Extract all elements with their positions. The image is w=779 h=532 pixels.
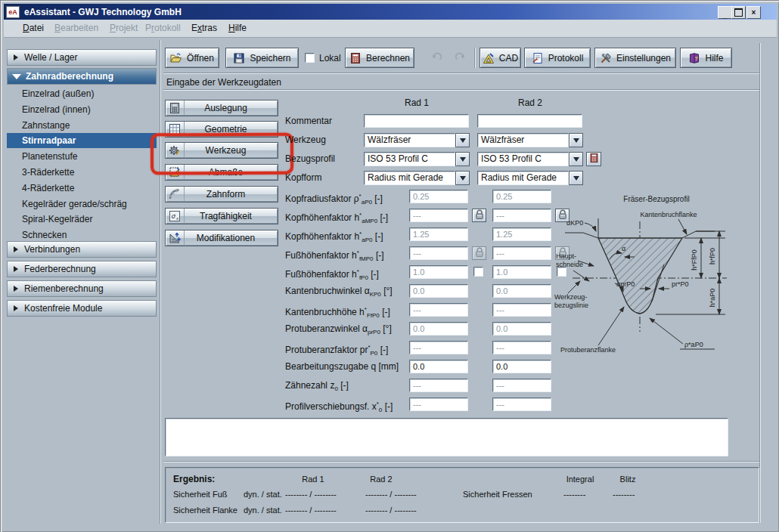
- dropdown-werkzeug-rad2[interactable]: Wälzfräser: [477, 133, 569, 147]
- results-panel: Ergebnis:Rad 1Rad 2IntegralBlitzSicherhe…: [165, 467, 759, 523]
- num-field-kantenbruchhöhe-rad2: ---: [492, 303, 551, 317]
- toolbar-button-einstellungen[interactable]: Einstellungen: [594, 48, 676, 68]
- diagram-label-rho-ap0: ρ*aP0: [684, 341, 703, 348]
- reference-profile-edit-button[interactable]: [586, 152, 601, 166]
- sidebar-item-stirnradpaar[interactable]: Stirnradpaar: [7, 133, 157, 148]
- nav-button-geometrie[interactable]: Geometrie: [165, 121, 278, 138]
- diagram-label-h-fp0: h*fP0: [709, 248, 716, 264]
- geometry-grid-icon: [166, 122, 185, 137]
- sidebar-item-3-räderkette[interactable]: 3-Räderkette: [7, 165, 157, 180]
- sidebar-group-riemenberechnung[interactable]: Riemenberechnung: [7, 280, 157, 297]
- svg-text:?: ?: [695, 55, 698, 60]
- sidebar-group-verbindungen[interactable]: Verbindungen: [7, 241, 157, 258]
- local-checkbox[interactable]: [305, 53, 315, 63]
- form-label-kopfhöhenfaktor: Kopfhöhenfaktor h*aMP0 [-]: [285, 209, 388, 222]
- sidebar-item-kegelräder-gerade-schräg[interactable]: Kegelräder gerade/schräg: [7, 196, 157, 212]
- menu-item-datei[interactable]: Datei: [23, 23, 44, 33]
- dropdown-arrow-button[interactable]: [569, 133, 583, 147]
- toolbar-button-hilfe[interactable]: ?Hilfe: [680, 48, 732, 68]
- dropdown-kopfform-rad2[interactable]: Radius mit Gerade: [477, 171, 569, 185]
- comment-input-rad1[interactable]: [364, 114, 469, 128]
- num-field-fußhöhenfaktor-rad1: 1.0: [409, 265, 468, 279]
- num-field-bearbeitungszugabe-rad1[interactable]: 0.0: [409, 360, 468, 373]
- modifications-icon: [166, 230, 185, 246]
- design-calculator-icon: [166, 101, 185, 116]
- override-checkbox-rad1[interactable]: [473, 267, 483, 277]
- menu-item-protokoll[interactable]: Protokoll: [145, 23, 181, 33]
- num-field-kantenbruchhöhe-rad1: ---: [409, 303, 468, 317]
- toolbar-button-speichern[interactable]: Speichern: [225, 48, 299, 68]
- num-field-profilverschiebungsf--rad2: ---: [492, 397, 551, 411]
- menu-item-bearbeiten[interactable]: Bearbeiten: [54, 23, 98, 33]
- sidebar-item-4-räderkette[interactable]: 4-Räderkette: [7, 181, 157, 196]
- maximize-button[interactable]: [731, 6, 746, 19]
- sidebar-group-welle-lager[interactable]: Welle / Lager: [7, 49, 157, 66]
- toolbar-button-label: Speichern: [250, 53, 290, 63]
- sidebar-group-zahnradberechnung[interactable]: Zahnradberechnung: [7, 68, 157, 85]
- dropdown-arrow-button[interactable]: [569, 171, 583, 185]
- num-field-protuberanzwinkel-rad1: 0.0: [409, 322, 468, 336]
- nav-button-label: Tragfähigkeit: [185, 211, 278, 221]
- sidebar-item-einzelrad-außen-[interactable]: Einzelrad (außen): [7, 86, 157, 101]
- close-button[interactable]: ×: [746, 6, 761, 19]
- redo-button[interactable]: [451, 48, 470, 68]
- triangle-right-icon: [14, 305, 18, 311]
- local-checkbox-group: Lokal: [305, 48, 350, 68]
- nav-button-modifikationen[interactable]: Modifikationen: [165, 230, 278, 246]
- num-field-kopfradiusfaktor-rad2: 0.25: [492, 190, 551, 203]
- nav-button-auslegung[interactable]: Auslegung: [165, 100, 278, 116]
- application-window: eA eAssistant - GWJ Technology GmbH _ × …: [0, 0, 779, 532]
- dropdown-arrow-button[interactable]: [455, 152, 470, 166]
- results-fressen-label: Sicherheit Fressen: [463, 490, 532, 499]
- nav-button-werkzeug[interactable]: Werkzeug: [165, 142, 278, 159]
- results-row-sub: dyn. / stat.: [244, 506, 282, 515]
- results-value-rad1: -------- / --------: [285, 506, 337, 515]
- title-bar[interactable]: eA eAssistant - GWJ Technology GmbH: [4, 4, 777, 20]
- nav-button-label: Auslegung: [185, 103, 278, 113]
- dropdown-bezugsprofil-rad2[interactable]: ISO 53 Profil C: [477, 152, 569, 166]
- dropdown-arrow-button[interactable]: [455, 133, 470, 147]
- minimize-button[interactable]: _: [718, 6, 732, 19]
- toolbar-button-öffnen[interactable]: Öffnen: [165, 48, 219, 68]
- tool-gear-icon: [166, 143, 185, 158]
- menu-item-projekt[interactable]: Projekt: [110, 23, 138, 33]
- results-value-rad2: -------- / --------: [365, 490, 417, 499]
- diagram-label-hauptschneide-2: schneide: [556, 261, 583, 268]
- menu-item-hilfe[interactable]: Hilfe: [228, 23, 247, 33]
- undo-button[interactable]: [427, 48, 445, 68]
- message-area: [165, 418, 728, 456]
- dropdown-kopfform-rad1[interactable]: Radius mit Gerade: [364, 171, 455, 185]
- dropdown-werkzeug-rad1[interactable]: Wälzfräser: [364, 133, 455, 147]
- section-title: Eingabe der Werkzeugdaten: [166, 76, 281, 89]
- nav-button-zahnform[interactable]: Zahnform: [165, 186, 278, 203]
- sidebar-item-einzelrad-innen-[interactable]: Einzelrad (innen): [7, 102, 157, 117]
- sidebar-group-federberechnung[interactable]: Federberechnung: [7, 261, 157, 277]
- dropdown-arrow-button[interactable]: [569, 152, 583, 166]
- num-field-protuberanzfaktor-rad1: ---: [409, 341, 468, 354]
- form-label-fußhöhenfaktor: Fußhöhenfaktor h*fMP0 [-]: [285, 246, 384, 260]
- sidebar-item-planetenstufe[interactable]: Planetenstufe: [7, 149, 157, 164]
- column-header-rad2: Rad 2: [477, 97, 583, 108]
- lock-button-rad1[interactable]: [472, 209, 486, 222]
- sidebar-item-schnecken[interactable]: Schnecken: [7, 227, 157, 243]
- results-col-rad1: Rad 1: [287, 475, 340, 484]
- comment-input-rad2[interactable]: [477, 114, 582, 128]
- undo-icon: [430, 51, 442, 65]
- separator-line: [163, 73, 759, 74]
- sidebar-group-kostenfreie-module[interactable]: Kostenfreie Module: [7, 300, 157, 317]
- dropdown-bezugsprofil-rad1[interactable]: ISO 53 Profil C: [364, 152, 455, 166]
- sidebar-item-zahnstange[interactable]: Zahnstange: [7, 118, 157, 133]
- results-fressen-blitz: --------: [613, 490, 635, 499]
- toolbar-button-berechnen[interactable]: Berechnen: [345, 48, 414, 68]
- menu-item-extras[interactable]: Extras: [191, 23, 217, 33]
- form-label-kopfhöhenfaktor: Kopfhöhenfaktor h*aP0 [-]: [285, 227, 383, 241]
- toolbar-button-cad[interactable]: CAD: [480, 48, 521, 68]
- nav-button-tragfähigkeit[interactable]: σxTragfähigkeit: [165, 208, 278, 224]
- num-field-zähnezahl-rad2: ---: [492, 379, 551, 392]
- dropdown-arrow-button[interactable]: [455, 171, 470, 185]
- toolbar-button-protokoll[interactable]: Protokoll: [524, 48, 591, 68]
- nav-button-abmaße[interactable]: Abmaße: [165, 164, 278, 181]
- num-field-zähnezahl-rad1: ---: [409, 379, 468, 392]
- sidebar-item-spiral-kegelräder[interactable]: Spiral-Kegelräder: [7, 212, 157, 227]
- num-field-bearbeitungszugabe-rad2[interactable]: 0.0: [492, 360, 551, 373]
